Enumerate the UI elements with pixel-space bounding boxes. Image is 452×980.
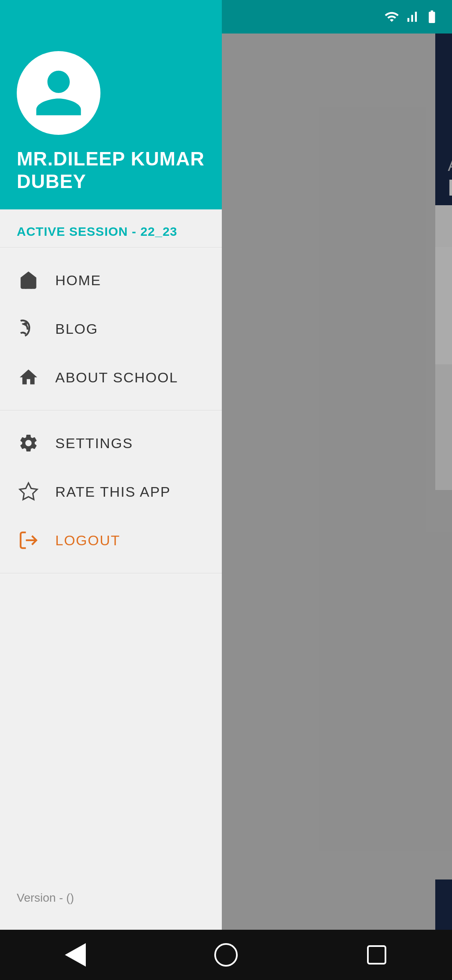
home-icon: [17, 268, 40, 292]
settings-svg-icon: [18, 433, 39, 454]
settings-menu-group: SETTINGS RATE THIS APP L: [0, 410, 222, 573]
star-svg-icon: [18, 481, 39, 502]
main-menu-group: HOME BLOG A: [0, 248, 222, 410]
session-label: ACTIVE SESSION - 22_23: [0, 209, 222, 248]
about-school-menu-item[interactable]: ABOUT SCHOOL: [0, 353, 222, 402]
about-school-svg-icon: [18, 367, 39, 388]
recent-square-icon: [367, 945, 386, 965]
settings-menu-item[interactable]: SETTINGS: [0, 419, 222, 467]
navigation-drawer: MR.DILEEP KUMAR DUBEY ACTIVE SESSION - 2…: [0, 0, 222, 980]
drawer-username: MR.DILEEP KUMAR DUBEY: [17, 147, 205, 193]
signal-icon: [404, 9, 419, 24]
drawer-header: MR.DILEEP KUMAR DUBEY: [0, 0, 222, 209]
home-menu-item[interactable]: HOME: [0, 256, 222, 304]
back-icon: [65, 943, 86, 967]
wifi-icon: [384, 9, 399, 24]
home-circle-icon: [214, 943, 238, 967]
drawer-body: ACTIVE SESSION - 22_23 HOME: [0, 209, 222, 980]
battery-icon: [424, 9, 439, 24]
home-svg-icon: [18, 270, 39, 291]
user-avatar-icon: [25, 59, 92, 126]
logout-menu-item[interactable]: LOGOUT: [0, 516, 222, 565]
svg-marker-1: [20, 483, 37, 500]
blog-icon: [17, 317, 40, 340]
logout-svg-icon: [18, 530, 39, 551]
star-icon: [17, 480, 40, 503]
home-label: HOME: [55, 272, 101, 289]
back-button[interactable]: [59, 938, 92, 972]
status-icons-right: [384, 9, 439, 24]
blog-label: BLOG: [55, 321, 98, 337]
avatar: [17, 51, 100, 135]
home-button[interactable]: [209, 938, 243, 972]
settings-icon: [17, 431, 40, 455]
blog-svg-icon: [18, 318, 39, 339]
version-label: Version - (): [17, 891, 74, 905]
settings-label: SETTINGS: [55, 435, 133, 451]
rate-app-menu-item[interactable]: RATE THIS APP: [0, 467, 222, 516]
blog-menu-item[interactable]: BLOG: [0, 304, 222, 353]
recent-button[interactable]: [360, 938, 393, 972]
about-school-icon: [17, 366, 40, 389]
logout-label: LOGOUT: [55, 532, 121, 549]
system-navigation-bar: [0, 930, 452, 980]
rate-app-label: RATE THIS APP: [55, 484, 171, 500]
logout-icon: [17, 529, 40, 552]
about-school-label: ABOUT SCHOOL: [55, 369, 178, 386]
